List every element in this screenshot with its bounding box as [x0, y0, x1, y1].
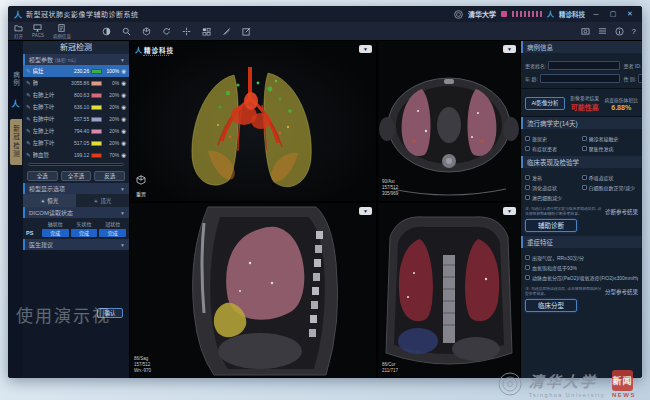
checkbox-item[interactable]: 有症状患者 — [525, 143, 582, 153]
zoom-icon[interactable] — [122, 27, 131, 36]
eye-icon[interactable]: ◉ — [121, 152, 126, 158]
checkbox-box[interactable] — [582, 146, 587, 151]
checkbox-item[interactable]: 聚集性发病 — [582, 143, 639, 153]
checkbox-box[interactable] — [525, 146, 530, 151]
capture-icon[interactable] — [581, 27, 590, 35]
minimize-button[interactable]: ─ — [590, 11, 602, 18]
reset-view-button[interactable]: 重置 — [136, 171, 146, 197]
person-icon[interactable]: 人 — [12, 98, 20, 109]
patient-gender-field[interactable] — [638, 74, 642, 83]
model-row[interactable]: ✎右肺上叶800.6320%◉ — [23, 89, 129, 101]
model-params-header[interactable]: 模型参数 (体积: mL) ▼ — [23, 54, 129, 65]
eye-icon[interactable]: ◉ — [121, 128, 126, 134]
opacity-slider[interactable] — [23, 161, 129, 169]
eye-icon[interactable]: ◉ — [121, 92, 126, 98]
doctor-advice-header[interactable]: 医生建议 ▼ — [23, 239, 129, 250]
maximize-button[interactable]: ▢ — [607, 10, 619, 18]
checkbox-item[interactable]: 消化道症状 — [525, 182, 582, 192]
model-row[interactable]: ✎肺血管199.1270%◉ — [23, 149, 129, 161]
eye-icon[interactable]: ◉ — [121, 104, 126, 110]
clinical-classification-button[interactable]: 临床分型 — [525, 299, 577, 312]
checkbox-box[interactable] — [525, 136, 530, 141]
select-button[interactable]: 全选 — [27, 171, 58, 181]
viewport-coronal[interactable]: ▼ 86/Cor211/717 — [378, 203, 520, 378]
viewport-menu-caret[interactable]: ▼ — [359, 207, 372, 215]
eye-icon[interactable]: ◉ — [121, 116, 126, 122]
doctor-advice-area[interactable]: 确认 — [23, 250, 129, 378]
checkbox-item[interactable]: 白细胞总数正常/减少 — [582, 182, 639, 192]
dicom-status-sagittal[interactable]: 完成 — [71, 229, 98, 237]
close-button[interactable]: ✕ — [624, 10, 636, 18]
color-swatch[interactable] — [91, 153, 102, 158]
checkbox-item[interactable]: 出现气促，RR≥30次/分 — [525, 252, 638, 262]
viewport-menu-caret[interactable]: ▼ — [359, 45, 372, 53]
ai-analysis-button[interactable]: AI影像分析 — [525, 97, 565, 110]
checkbox-box[interactable] — [582, 175, 587, 180]
viewport-sagittal[interactable]: ▼ 86/Sag157/512Wn:-970 — [130, 203, 376, 378]
checkbox-box[interactable] — [582, 136, 587, 141]
checkbox-box[interactable] — [525, 185, 530, 190]
color-swatch[interactable] — [91, 93, 102, 98]
help-icon[interactable]: ? — [632, 27, 636, 36]
dicom-status-coronal[interactable]: 完成 — [99, 229, 126, 237]
contrast-icon[interactable] — [102, 27, 111, 36]
model-row[interactable]: ✎右肺下叶636.1020%◉ — [23, 101, 129, 113]
display-options-header[interactable]: 模型显示选项 ▼ — [23, 183, 129, 194]
model-row[interactable]: ✎左肺上叶794.4020%◉ — [23, 125, 129, 137]
tab-top-light[interactable]: ☀ 顶光 — [76, 194, 129, 207]
viewport-menu-caret[interactable]: ▼ — [503, 207, 516, 215]
color-swatch[interactable] — [91, 141, 102, 146]
checkbox-box[interactable] — [525, 265, 530, 270]
checkbox-box[interactable] — [582, 185, 587, 190]
checkbox-box[interactable] — [525, 255, 530, 260]
crosshair-icon[interactable] — [182, 27, 191, 36]
checkbox-item[interactable]: 呼吸道症状 — [582, 172, 639, 182]
tab-constant-light[interactable]: ☀ 恒光 — [23, 194, 76, 207]
select-button[interactable]: 反选 — [94, 171, 125, 181]
measure-icon[interactable] — [222, 27, 231, 36]
viewport-menu-caret[interactable]: ▼ — [503, 45, 516, 53]
tab-case[interactable]: 病例 — [11, 67, 21, 92]
case-info-button[interactable]: 病例信息 — [53, 24, 71, 39]
pan-3d-icon[interactable] — [142, 27, 151, 36]
model-row[interactable]: ✎右肺中叶507.5520%◉ — [23, 113, 129, 125]
checkbox-box[interactable] — [525, 195, 530, 200]
patient-name-field[interactable] — [548, 61, 620, 70]
color-swatch[interactable] — [91, 105, 102, 110]
layout-icon[interactable] — [202, 27, 211, 36]
model-row[interactable]: ✎左肺下叶517.0520%◉ — [23, 137, 129, 149]
checkbox-item[interactable]: 动脉血氧分压(PaO2)/吸氧浓度(FiO2)≤300mmHg — [525, 272, 638, 282]
checkbox-item[interactable]: 发热 — [525, 172, 582, 182]
color-swatch[interactable] — [91, 81, 102, 86]
color-swatch[interactable] — [91, 69, 102, 74]
annotate-icon[interactable] — [242, 27, 251, 36]
assisted-diagnosis-button[interactable]: 辅助诊断 — [525, 219, 577, 232]
checkbox-box[interactable] — [525, 175, 530, 180]
confirm-button[interactable]: 确认 — [97, 308, 123, 318]
checkbox-box[interactable] — [525, 275, 530, 280]
color-swatch[interactable] — [91, 129, 102, 134]
brush-icon: ✎ — [26, 80, 31, 86]
viewport-axial[interactable]: ▼ 90/Axi157/512305/969 — [378, 41, 520, 201]
eye-icon[interactable]: ◉ — [121, 140, 126, 146]
tab-covid-detect[interactable]: 新冠检测 — [10, 119, 22, 165]
list-icon[interactable] — [598, 27, 607, 35]
checkbox-item[interactable]: 血氧饱和度低于93% — [525, 262, 638, 272]
dicom-status-header[interactable]: DICOM读取状态 ▼ — [23, 207, 129, 218]
model-row[interactable]: ✎病灶230.26100%◉ — [23, 65, 129, 77]
rotate-icon[interactable] — [162, 27, 171, 36]
eye-icon[interactable]: ◉ — [121, 80, 126, 86]
info-icon[interactable] — [615, 27, 624, 36]
color-swatch[interactable] — [91, 117, 102, 122]
eye-icon[interactable]: ◉ — [121, 68, 126, 74]
checkbox-item[interactable]: 确诊者接触史 — [582, 133, 639, 143]
viewport-3d[interactable]: 人 精诊科技 ▼ 重置 — [130, 41, 376, 201]
pacs-button[interactable]: PACS — [32, 24, 44, 38]
select-button[interactable]: 全不选 — [61, 171, 92, 181]
patient-age-field[interactable] — [540, 74, 621, 83]
open-button[interactable]: 打开 — [14, 24, 23, 39]
checkbox-item[interactable]: 旅居史 — [525, 133, 582, 143]
checkbox-item[interactable]: 淋巴细胞减少 — [525, 192, 582, 202]
dicom-status-axial[interactable]: 完成 — [42, 229, 69, 237]
model-row[interactable]: ✎肺3055.860%◉ — [23, 77, 129, 89]
